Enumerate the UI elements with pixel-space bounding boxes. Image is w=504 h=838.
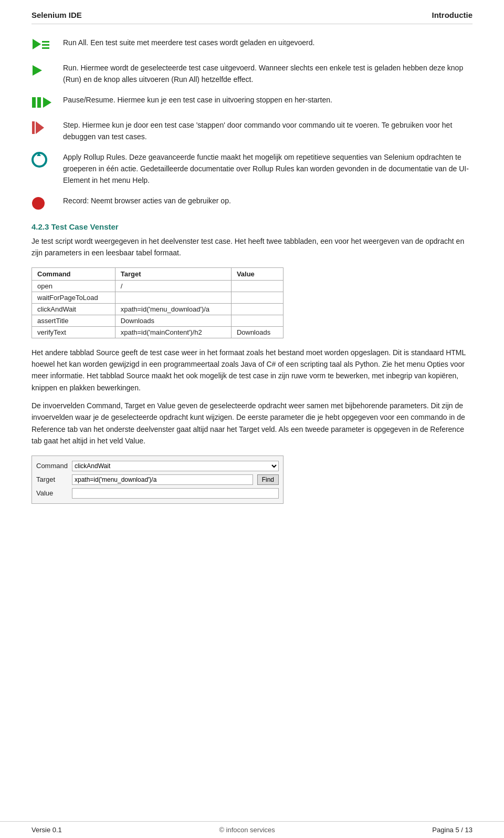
rollup-icon bbox=[32, 152, 47, 168]
value-row: Value bbox=[32, 487, 283, 500]
svg-marker-7 bbox=[43, 97, 51, 108]
run-icon-block bbox=[32, 62, 57, 79]
record-icon-block bbox=[32, 195, 57, 212]
bottom-form: Command clickAndWait Target Find Value bbox=[32, 456, 284, 504]
rollup-icon-block bbox=[32, 151, 57, 168]
svg-rect-3 bbox=[42, 47, 49, 49]
rollup-text: Apply Rollup Rules. Deze geavanceerde fu… bbox=[63, 151, 472, 187]
intro-text: Je test script wordt weergegeven in het … bbox=[32, 235, 472, 259]
target-label: Target bbox=[36, 475, 68, 483]
step-icon-block bbox=[32, 119, 57, 136]
svg-rect-2 bbox=[42, 44, 49, 46]
run-icon bbox=[32, 64, 44, 77]
pause-icon-block bbox=[32, 94, 57, 111]
run-all-text: Run All. Een test suite met meerdere tes… bbox=[63, 37, 472, 48]
run-text: Run. Hiermee wordt de geselecteerde test… bbox=[63, 62, 472, 86]
run-all-icon-block bbox=[32, 37, 57, 54]
pause-text: Pause/Resume. Hiermee kun je een test ca… bbox=[63, 94, 472, 106]
footer-right: Pagina 5 / 13 bbox=[432, 826, 472, 834]
section-rollup: Apply Rollup Rules. Deze geavanceerde fu… bbox=[32, 151, 472, 187]
value-input[interactable] bbox=[72, 488, 279, 499]
svg-rect-1 bbox=[42, 41, 49, 43]
table-row: verifyTextxpath=id('mainContent')/h2Down… bbox=[32, 326, 284, 338]
target-row: Target Find bbox=[32, 473, 283, 487]
table-row: waitForPageToLoad bbox=[32, 292, 284, 303]
section-run: Run. Hiermee wordt de geselecteerde test… bbox=[32, 62, 472, 86]
after-table-text1: Het andere tabblad Source geeft de test … bbox=[32, 347, 472, 394]
test-case-table: Command Target Value open/waitForPageToL… bbox=[32, 267, 284, 338]
table-header-target: Target bbox=[115, 267, 231, 280]
command-select[interactable]: clickAndWait bbox=[72, 461, 279, 471]
step-icon bbox=[32, 120, 46, 135]
table-row: assertTitleDownloads bbox=[32, 315, 284, 326]
record-icon bbox=[32, 196, 45, 210]
header-title: Selenium IDE bbox=[32, 11, 82, 19]
command-row: Command clickAndWait bbox=[32, 459, 283, 473]
svg-rect-5 bbox=[32, 97, 36, 108]
section-run-all: Run All. Een test suite met meerdere tes… bbox=[32, 37, 472, 54]
svg-point-12 bbox=[32, 197, 45, 210]
after-table-text2: De invoervelden Command, Target en Value… bbox=[32, 400, 472, 447]
command-label: Command bbox=[36, 462, 68, 470]
step-text: Step. Hiermee kun je door een test case … bbox=[63, 119, 472, 143]
table-row: open/ bbox=[32, 280, 284, 292]
run-all-icon bbox=[32, 38, 52, 53]
svg-rect-6 bbox=[37, 97, 41, 108]
svg-marker-9 bbox=[36, 121, 44, 134]
target-input[interactable] bbox=[72, 474, 253, 485]
pause-icon bbox=[32, 96, 52, 109]
svg-marker-4 bbox=[33, 65, 42, 76]
record-text: Record: Neemt browser acties van de gebr… bbox=[63, 195, 472, 206]
header-subtitle: Introductie bbox=[432, 11, 473, 19]
table-row: clickAndWaitxpath=id('menu_download')/a bbox=[32, 303, 284, 315]
find-button[interactable]: Find bbox=[257, 474, 279, 485]
value-label: Value bbox=[36, 489, 68, 497]
svg-marker-0 bbox=[33, 39, 41, 49]
footer-left: Versie 0.1 bbox=[32, 826, 62, 834]
footer-center: © infocon services bbox=[219, 826, 275, 834]
page-footer: Versie 0.1 © infocon services Pagina 5 /… bbox=[0, 821, 504, 838]
table-header-value: Value bbox=[231, 267, 283, 280]
section-record: Record: Neemt browser acties van de gebr… bbox=[32, 195, 472, 212]
svg-rect-8 bbox=[32, 121, 35, 134]
page-header: Selenium IDE Introductie bbox=[32, 11, 472, 24]
table-header-command: Command bbox=[32, 267, 116, 280]
section-pause: Pause/Resume. Hiermee kun je een test ca… bbox=[32, 94, 472, 111]
section-step: Step. Hiermee kun je door een test case … bbox=[32, 119, 472, 143]
section-heading-423: 4.2.3 Test Case Venster bbox=[32, 222, 472, 231]
